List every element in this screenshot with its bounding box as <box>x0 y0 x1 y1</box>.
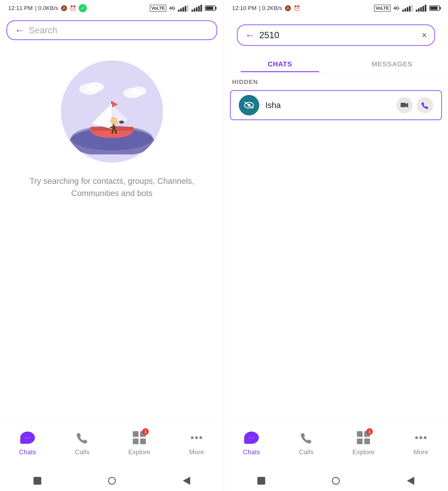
right-status-left: 12:10 PM | 0.2KB/s 🔕 ⏰ <box>232 5 300 11</box>
svg-point-21 <box>195 436 198 439</box>
nav-item-calls[interactable]: Calls <box>74 430 90 456</box>
right-sys-stop-btn[interactable] <box>256 476 267 486</box>
nav-item-more[interactable]: More <box>188 430 205 456</box>
sys-back-btn[interactable] <box>181 476 192 486</box>
isha-name: Isha <box>265 101 390 110</box>
video-call-button[interactable] <box>396 97 413 113</box>
calls-icon <box>76 432 88 444</box>
calls-nav-label: Calls <box>75 448 89 456</box>
more-icon <box>191 436 203 440</box>
more-nav-label: More <box>189 448 204 456</box>
right-calls-icon <box>300 432 312 444</box>
right-search-container: ← 2510 × <box>224 16 448 54</box>
right-explore-nav-label: Explore <box>353 448 375 456</box>
right-search-bar[interactable]: ← 2510 × <box>237 25 435 46</box>
svg-rect-18 <box>133 438 139 444</box>
right-phone-panel: 12:10 PM | 0.2KB/s 🔕 ⏰ VoLTE 4G <box>224 0 448 491</box>
svg-rect-16 <box>133 431 139 437</box>
right-search-input[interactable]: 2510 <box>259 30 418 40</box>
calls-icon-wrap <box>74 430 90 446</box>
right-status-right: VoLTE 4G 92 <box>374 5 440 12</box>
right-battery-percent: 92 <box>430 6 440 10</box>
right-sys-home-btn[interactable] <box>331 476 341 486</box>
svg-point-22 <box>199 436 202 439</box>
right-status-bar: 12:10 PM | 0.2KB/s 🔕 ⏰ VoLTE 4G <box>224 0 448 16</box>
battery-percent: 92 <box>206 6 215 10</box>
svg-point-3 <box>131 87 146 95</box>
right-nav-item-more[interactable]: More <box>413 430 429 456</box>
left-bottom-nav: Chats Calls 1 Explore <box>0 424 224 471</box>
chat-result-item-isha[interactable]: Isha <box>230 90 442 120</box>
right-sys-back-btn[interactable] <box>406 476 416 486</box>
boat-illustration <box>69 69 155 154</box>
right-status-time: 12:10 PM <box>232 5 257 11</box>
status-time: 12:11 PM <box>8 5 33 11</box>
right-nav-item-chats[interactable]: Chats <box>243 430 260 456</box>
left-search-bar[interactable]: ← Search <box>7 20 217 40</box>
status-left: 12:11 PM | 0.0KB/s 🔕 ⏰ ✓ <box>8 4 87 12</box>
right-explore-badge: 1 <box>366 428 373 435</box>
svg-point-1 <box>87 82 104 92</box>
illustration-area: Try searching for contacts, groups, Chan… <box>0 44 224 424</box>
right-nav-item-calls[interactable]: Calls <box>298 430 315 456</box>
right-nav-item-explore[interactable]: 1 Explore <box>353 430 375 456</box>
status-right: VoLTE 4G 92 <box>150 5 216 12</box>
right-bottom-nav: Chats Calls 1 Explore <box>224 424 448 471</box>
more-icon-wrap <box>188 430 205 446</box>
left-status-bar: 12:11 PM | 0.0KB/s 🔕 ⏰ ✓ VoLTE 4G <box>0 0 224 16</box>
right-mute-icon: 🔕 <box>285 5 291 11</box>
sys-home-btn[interactable] <box>107 476 117 486</box>
status-network: | 0.0KB/s <box>35 5 58 11</box>
nav-item-explore[interactable]: 1 Explore <box>128 430 151 456</box>
right-back-button[interactable]: ← <box>245 29 255 41</box>
svg-rect-19 <box>140 438 146 444</box>
svg-point-33 <box>424 436 427 439</box>
chats-icon <box>20 432 35 444</box>
svg-point-20 <box>191 436 194 439</box>
right-chats-icon-wrap <box>243 430 260 446</box>
svg-marker-8 <box>112 101 118 107</box>
svg-rect-27 <box>357 431 362 437</box>
volte-icon: VoLTE <box>150 5 166 12</box>
right-more-icon <box>415 436 427 440</box>
right-status-network: | 0.2KB/s <box>259 5 282 11</box>
right-spacer <box>224 122 448 424</box>
tabs-row: CHATS MESSAGES <box>224 54 448 72</box>
right-network-4g: 4G <box>393 6 399 11</box>
chats-nav-label: Chats <box>19 448 36 456</box>
voice-call-icon <box>421 101 429 109</box>
isha-avatar <box>239 95 259 115</box>
tab-messages[interactable]: MESSAGES <box>336 54 448 72</box>
eye-slash-icon <box>243 101 255 110</box>
whatsapp-icon: ✓ <box>79 4 87 12</box>
signal-bars-2 <box>191 5 202 12</box>
right-explore-icon-wrap: 1 <box>355 430 372 446</box>
left-search-placeholder[interactable]: Search <box>29 25 209 35</box>
search-hint: Try searching for contacts, groups, Chan… <box>0 175 224 199</box>
right-alarm-icon: ⏰ <box>294 5 300 11</box>
explore-nav-label: Explore <box>128 448 151 456</box>
action-buttons <box>396 97 433 113</box>
left-phone-panel: 12:11 PM | 0.0KB/s 🔕 ⏰ ✓ VoLTE 4G <box>0 0 224 491</box>
network-4g: 4G <box>169 6 175 11</box>
hidden-section-label: HIDDEN <box>224 72 448 88</box>
video-call-icon <box>400 102 409 108</box>
battery-icon: 92 <box>205 6 216 11</box>
svg-rect-29 <box>357 438 362 444</box>
left-back-button[interactable]: ← <box>15 25 25 35</box>
voice-call-button[interactable] <box>417 97 433 113</box>
sys-stop-btn[interactable] <box>32 476 42 486</box>
svg-rect-30 <box>364 438 370 444</box>
mute-icon: 🔕 <box>61 5 67 11</box>
left-sys-nav <box>0 471 224 491</box>
svg-rect-26 <box>400 103 406 107</box>
right-signal-bars <box>402 5 413 12</box>
right-more-nav-label: More <box>413 448 428 456</box>
right-chats-icon <box>244 432 259 444</box>
tab-chats[interactable]: CHATS <box>224 54 336 72</box>
nav-item-chats[interactable]: Chats <box>19 430 36 456</box>
signal-bars <box>178 5 189 12</box>
svg-point-32 <box>419 436 422 439</box>
clear-search-button[interactable]: × <box>422 30 427 40</box>
illustration-circle <box>61 60 163 163</box>
